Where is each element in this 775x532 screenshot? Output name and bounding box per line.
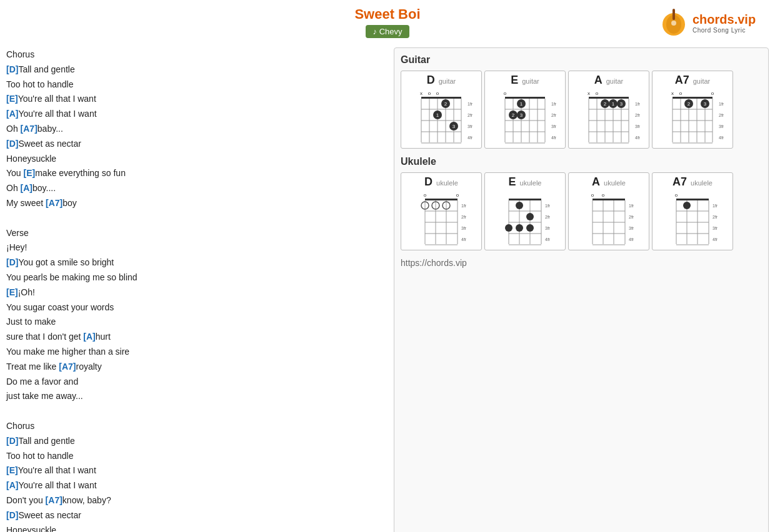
svg-point-127 xyxy=(526,213,534,220)
lyrics-line: Oh [A]boy.... xyxy=(6,181,381,196)
chord-card-E-ukulele: E ukulele 1fr 2fr 3fr 4fr xyxy=(484,172,566,250)
E-ukulele-diagram: 1fr 2fr 3fr 4fr xyxy=(500,191,550,247)
chord-name-A7u: A7 xyxy=(672,175,687,189)
chord-panel-url: https://chords.vip xyxy=(401,258,762,268)
svg-text:o: o xyxy=(675,192,678,198)
chord-card-D-ukulele: D ukulele o o 1fr 2fr 3 xyxy=(401,172,482,250)
svg-text:2fr: 2fr xyxy=(712,215,718,219)
svg-rect-113 xyxy=(509,199,541,200)
chord-name-Eu: E xyxy=(509,175,516,189)
section-label-verse: Verse xyxy=(6,228,29,238)
svg-text:3: 3 xyxy=(452,124,456,129)
svg-text:4fr: 4fr xyxy=(545,237,550,242)
svg-text:1fr: 1fr xyxy=(635,102,640,106)
svg-text:4fr: 4fr xyxy=(461,237,466,242)
lyrics-line: You sugar coast your words xyxy=(6,300,381,315)
lyrics-line: [D]Tall and gentle xyxy=(6,434,381,449)
D-ukulele-diagram: o o 1fr 2fr 3fr 4fr xyxy=(416,191,466,247)
chord-name-A7: A7 xyxy=(675,74,689,87)
lyrics-line: Too hot to handle xyxy=(6,77,381,92)
svg-text:4fr: 4fr xyxy=(712,237,718,242)
chord-A: [A] xyxy=(83,332,95,342)
chord-card-A-ukulele: A ukulele o o 1fr 2fr 3 xyxy=(568,172,649,250)
chord-A7: [A7] xyxy=(46,198,62,208)
site-logo: chords.vip Chord Song Lyric xyxy=(656,5,769,41)
svg-text:4fr: 4fr xyxy=(468,135,472,140)
svg-text:o: o xyxy=(428,91,431,96)
svg-text:3fr: 3fr xyxy=(545,226,550,230)
svg-rect-95 xyxy=(425,199,458,200)
chord-D: [D] xyxy=(6,64,18,74)
lyrics-line: Honeysuckle xyxy=(6,152,381,167)
chord-card-A7-ukulele: A7 ukulele o 1fr 2fr 3fr xyxy=(652,172,733,250)
svg-text:3fr: 3fr xyxy=(712,226,718,230)
svg-text:3fr: 3fr xyxy=(468,124,472,129)
svg-point-160 xyxy=(683,202,691,209)
svg-point-128 xyxy=(505,224,512,232)
chord-type-ukulele: ukulele xyxy=(604,179,626,187)
svg-point-126 xyxy=(516,202,523,209)
E-guitar-diagram: o 1fr 2fr 3fr 4fr 1 2 3 xyxy=(494,89,556,145)
svg-text:o: o xyxy=(711,91,714,96)
svg-text:2: 2 xyxy=(604,101,607,107)
svg-text:o: o xyxy=(591,192,594,198)
chord-type-ukulele: ukulele xyxy=(520,179,542,187)
svg-text:o: o xyxy=(456,192,459,198)
lyrics-line: [D]Sweet as nectar xyxy=(6,137,381,152)
svg-text:2fr: 2fr xyxy=(468,113,472,117)
svg-text:1fr: 1fr xyxy=(545,204,550,208)
lyrics-line: You pearls be making me so blind xyxy=(6,270,381,285)
section-chorus2: Chorus [D]Tall and gentle Too hot to han… xyxy=(6,419,381,532)
ukulele-section-title: Ukulele xyxy=(401,156,762,167)
svg-text:4fr: 4fr xyxy=(635,135,640,140)
svg-text:x: x xyxy=(671,91,674,96)
svg-rect-131 xyxy=(592,199,625,200)
chord-D: [D] xyxy=(6,257,18,267)
section-label-chorus2: Chorus xyxy=(6,421,34,431)
svg-text:2: 2 xyxy=(444,101,448,107)
section-label-chorus1: Chorus xyxy=(6,49,34,59)
chord-A7: [A7] xyxy=(46,495,62,505)
lyrics-line: You [E]make everything so fun xyxy=(6,166,381,181)
lyrics-line: ¡Hey! xyxy=(6,240,381,255)
svg-text:2fr: 2fr xyxy=(545,215,550,219)
chord-type-ukulele: ukulele xyxy=(436,179,458,187)
chord-E: [E] xyxy=(6,465,18,475)
svg-rect-146 xyxy=(676,199,709,200)
chord-card-A7-guitar: A7 guitar x o o xyxy=(652,71,733,149)
svg-text:3fr: 3fr xyxy=(629,226,634,230)
lyrics-line: [D]Tall and gentle xyxy=(6,62,381,77)
lyrics-line: sure that I don't get [A]hurt xyxy=(6,330,381,345)
A-guitar-diagram: x o 1fr 2fr 3fr 4fr 2 1 3 xyxy=(578,89,640,145)
artist-button[interactable]: Chevy xyxy=(366,25,410,38)
svg-rect-50 xyxy=(589,97,629,99)
ukulele-chord-row: D ukulele o o 1fr 2fr 3 xyxy=(401,172,762,250)
chord-panel: Guitar D guitar xyxy=(394,47,769,532)
lyrics-line: [D]You got a smile so bright xyxy=(6,255,381,270)
chord-name-E: E xyxy=(511,74,518,87)
svg-rect-4 xyxy=(421,97,461,99)
svg-rect-73 xyxy=(672,97,712,99)
lyrics-line: Honeysuckle xyxy=(6,523,381,533)
svg-text:4fr: 4fr xyxy=(629,237,634,242)
chord-type-guitar: guitar xyxy=(439,77,456,85)
logo-icon xyxy=(656,6,691,41)
lyrics-line: You make me higher than a sire xyxy=(6,345,381,360)
logo-subtitle: Chord Song Lyric xyxy=(692,27,756,34)
D-guitar-diagram: x o o 1fr 2fr 3fr 4fr 1 2 xyxy=(410,89,472,145)
chord-A: [A] xyxy=(6,480,18,490)
chord-name-Au: A xyxy=(592,175,600,189)
chord-A7: [A7] xyxy=(21,124,38,134)
lyrics-line: [E]You're all that I want xyxy=(6,463,381,478)
chord-A7: [A7] xyxy=(59,362,76,372)
section-verse: Verse ¡Hey! [D]You got a smile so bright… xyxy=(6,226,381,405)
chord-card-D-guitar: D guitar xyxy=(401,71,482,149)
chord-type-guitar: guitar xyxy=(606,77,624,85)
svg-point-130 xyxy=(526,224,534,232)
lyrics-line: [A]You're all that I want xyxy=(6,478,381,493)
svg-text:1: 1 xyxy=(436,112,439,118)
svg-text:2fr: 2fr xyxy=(635,113,640,117)
svg-rect-28 xyxy=(505,97,545,99)
lyrics-line: [A]You're all that I want xyxy=(6,107,381,122)
svg-text:1fr: 1fr xyxy=(629,204,634,208)
